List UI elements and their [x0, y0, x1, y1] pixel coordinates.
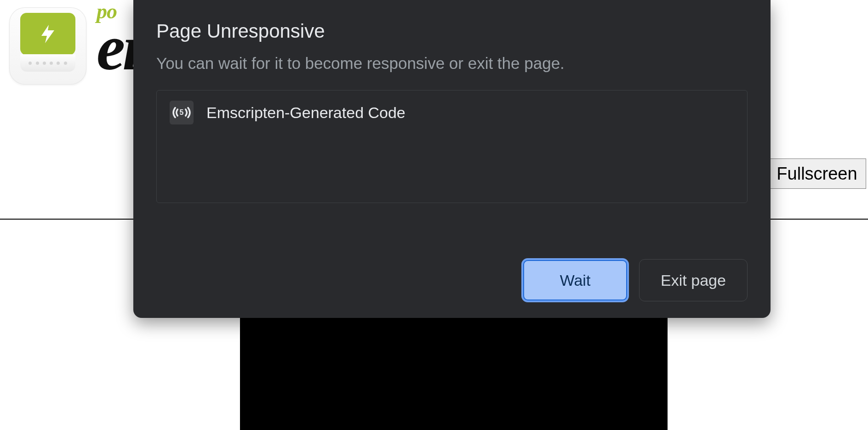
unresponsive-pages-list: 5 Emscripten-Generated Code [156, 90, 748, 203]
list-item: 5 Emscripten-Generated Code [170, 101, 734, 124]
dot-icon [36, 62, 39, 65]
app-icon-top [20, 13, 75, 55]
dialog-subtitle: You can wait for it to become responsive… [156, 54, 748, 73]
dot-icon [29, 62, 32, 65]
exit-button-label: Exit page [661, 272, 726, 289]
page-background: po eı Fullscreen Page Unresponsive You c… [0, 0, 868, 430]
wait-button-label: Wait [560, 272, 591, 289]
dot-icon [64, 62, 67, 65]
broadcast-icon: 5 [170, 101, 194, 124]
page-unresponsive-dialog: Page Unresponsive You can wait for it to… [133, 0, 771, 318]
emscripten-logo-text: po eı [97, 1, 137, 74]
wait-button[interactable]: Wait [522, 259, 628, 301]
dialog-actions: Wait Exit page [156, 241, 748, 301]
logo-main: eı [97, 12, 137, 83]
dot-icon [43, 62, 46, 65]
list-item-label: Emscripten-Generated Code [206, 104, 405, 122]
dot-icon [57, 62, 60, 65]
svg-text:5: 5 [180, 108, 184, 116]
exit-page-button[interactable]: Exit page [639, 259, 748, 301]
app-icon [9, 7, 86, 85]
dialog-title: Page Unresponsive [156, 20, 748, 42]
fullscreen-label: Fullscreen [777, 164, 857, 184]
app-icon-bottom [20, 54, 75, 72]
dot-icon [50, 62, 53, 65]
fullscreen-button[interactable]: Fullscreen [768, 158, 866, 189]
lightning-icon [37, 19, 59, 49]
